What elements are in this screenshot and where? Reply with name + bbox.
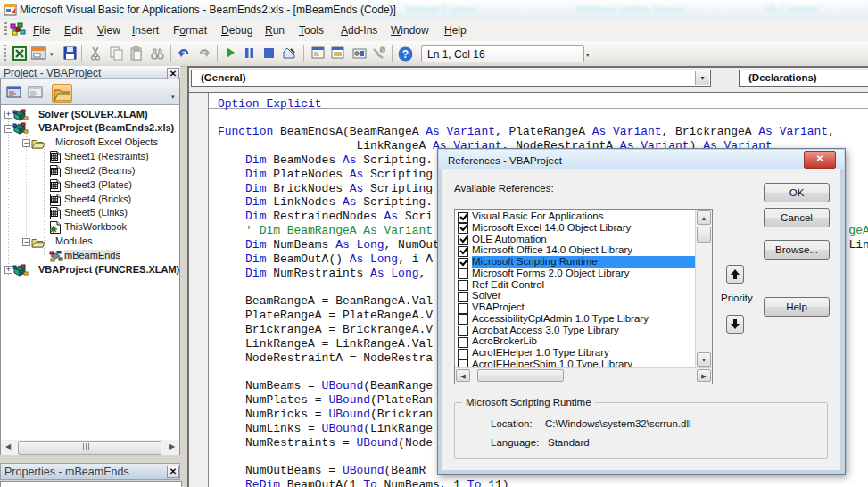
svg-text:?: ? xyxy=(402,48,409,61)
